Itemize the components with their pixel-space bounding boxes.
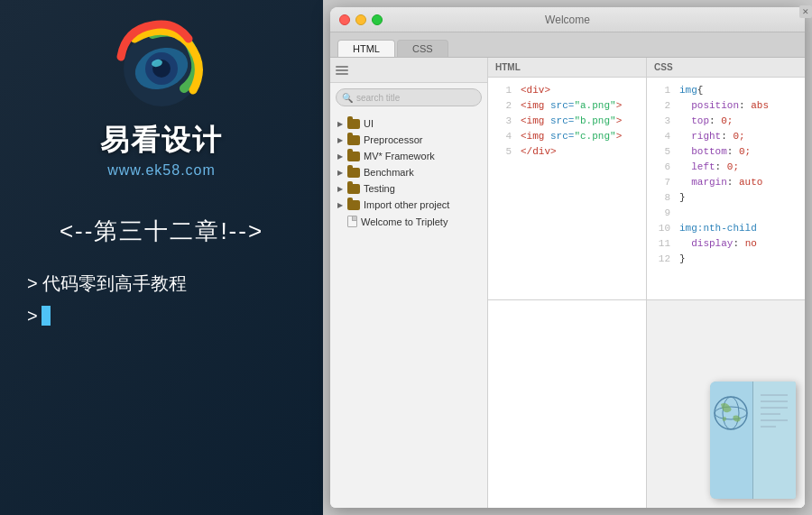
book-page-left (710, 382, 753, 499)
tree-label-preprocessor: Preprocessor (364, 134, 422, 145)
line-num-3: 3 (494, 114, 512, 129)
window-title: Welcome (545, 14, 590, 26)
css-line-7: 7 margin: auto (647, 175, 805, 190)
folder-icon-mvframework (347, 152, 360, 161)
bottom-preview (488, 300, 805, 508)
tree-item-ui[interactable]: ▶ UI (330, 115, 487, 132)
css-text-6: left: 0; (679, 160, 739, 175)
css-line-6: 6 left: 0; (647, 160, 805, 175)
tree-arrow-testing: ▶ (336, 184, 345, 193)
css-text-8: } (679, 190, 686, 206)
code-text-3: <img src="b.png"> (521, 114, 622, 129)
sidebar-toolbar (330, 58, 487, 83)
logo-icon (103, 16, 220, 115)
css-num-7: 7 (652, 175, 670, 190)
tree-item-testing[interactable]: ▶ Testing (330, 180, 487, 197)
search-icon: 🔍 (342, 93, 353, 103)
css-line-8: 8 } (647, 190, 805, 206)
css-num-9: 9 (652, 206, 670, 221)
book-right-illustration (753, 382, 795, 445)
tree-arrow-import: ▶ (336, 200, 345, 209)
tree-arrow-mvframework: ▶ (336, 152, 345, 161)
css-line-4: 4 right: 0; (647, 129, 805, 144)
code-text-2: <img src="a.png"> (521, 98, 622, 114)
tree-label-ui: UI (364, 118, 374, 129)
tree-label-testing: Testing (364, 183, 395, 194)
tree-item-welcome[interactable]: ▶ Welcome to Triplety (330, 213, 487, 230)
svg-point-6 (723, 397, 739, 429)
subtitle-line-2: > (27, 299, 305, 332)
subtitle-line-1: > 代码零到高手教程 (27, 267, 305, 299)
css-num-4: 4 (652, 129, 670, 144)
folder-icon-testing (347, 184, 360, 194)
css-num-5: 5 (652, 144, 670, 160)
code-line-5: 5 </div> (488, 144, 646, 160)
css-line-1: 1 img{ (647, 83, 805, 98)
svg-point-5 (715, 397, 747, 429)
traffic-lights (339, 14, 383, 25)
code-text-4: <img src="c.png"> (521, 129, 622, 144)
chapter-text: <--第三十二章!--> (60, 215, 263, 247)
brand-url: www.ek58.com (107, 162, 216, 179)
code-line-2: 2 <img src="a.png"> (488, 98, 646, 114)
html-code-panel: HTML 1 <div> 2 <img src="a.png"> (488, 58, 647, 299)
tab-css[interactable]: CSS (397, 40, 448, 57)
globe-illustration (710, 382, 752, 445)
css-panel-header: CSS (647, 58, 805, 78)
hamburger-line-2 (336, 69, 348, 71)
css-text-4: right: 0; (679, 129, 745, 144)
cursor-blink (42, 306, 51, 326)
css-text-12: } (679, 252, 686, 267)
minimize-button[interactable] (355, 14, 366, 25)
code-line-1: 1 <div> (488, 83, 646, 98)
preview-right (647, 300, 805, 508)
search-box[interactable]: 🔍 search title ✕ (336, 88, 482, 106)
tree-item-preprocessor[interactable]: ▶ Preprocessor (330, 132, 487, 148)
book-card-illustration (710, 382, 796, 499)
tab-html[interactable]: HTML (337, 40, 395, 57)
mac-window: Welcome HTML CSS 🔍 search title (330, 7, 805, 508)
css-text-5: bottom: 0; (679, 144, 751, 160)
tree-arrow-ui: ▶ (336, 119, 345, 128)
css-num-3: 3 (652, 114, 670, 129)
file-tree: ▶ UI ▶ Preprocessor ▶ MV* Framework (330, 112, 487, 508)
css-line-9: 9 (647, 206, 805, 221)
tree-item-benchmark[interactable]: ▶ Benchmark (330, 164, 487, 180)
css-code-content: 1 img{ 2 position: abs 3 top: 0; (647, 78, 805, 272)
tree-label-benchmark: Benchmark (364, 167, 414, 178)
preview-left (488, 300, 647, 508)
html-code-content: 1 <div> 2 <img src="a.png"> 3 <img src="… (488, 78, 646, 165)
hamburger-line-1 (336, 66, 348, 68)
book-page-right (753, 382, 796, 499)
html-panel-header: HTML (488, 58, 646, 78)
subtitle-lines: > 代码零到高手教程 > (18, 267, 305, 332)
logo-area: 易看设计 www.ek58.com (18, 16, 305, 179)
css-text-11: display: no (679, 236, 757, 252)
maximize-button[interactable] (372, 14, 383, 25)
file-icon-welcome (347, 216, 357, 227)
search-placeholder: search title (356, 93, 400, 103)
sidebar: 🔍 search title ✕ ▶ UI ▶ Preprocessor (330, 58, 488, 508)
css-num-1: 1 (652, 83, 670, 98)
line-num-4: 4 (494, 129, 512, 144)
css-text-3: top: 0; (679, 114, 733, 129)
tree-label-welcome: Welcome to Triplety (361, 216, 448, 227)
tree-item-mvframework[interactable]: ▶ MV* Framework (330, 148, 487, 164)
css-text-10: img:nth-child (679, 221, 757, 236)
css-num-2: 2 (652, 98, 670, 114)
css-num-6: 6 (652, 160, 670, 175)
tree-arrow-benchmark: ▶ (336, 168, 345, 177)
folder-icon-benchmark (347, 168, 360, 178)
css-line-5: 5 bottom: 0; (647, 144, 805, 160)
code-text-5: </div> (521, 144, 557, 160)
css-num-8: 8 (652, 190, 670, 206)
editor-top: HTML 1 <div> 2 <img src="a.png"> (488, 58, 805, 300)
hamburger-icon[interactable] (336, 66, 348, 75)
tree-item-import[interactable]: ▶ Import other project (330, 197, 487, 213)
tree-label-mvframework: MV* Framework (364, 151, 435, 161)
tab-bar: HTML CSS (330, 32, 805, 58)
editor-area: HTML 1 <div> 2 <img src="a.png"> (488, 58, 805, 508)
line-num-2: 2 (494, 98, 512, 114)
css-text-2: position: abs (679, 98, 769, 114)
close-button[interactable] (339, 14, 350, 25)
